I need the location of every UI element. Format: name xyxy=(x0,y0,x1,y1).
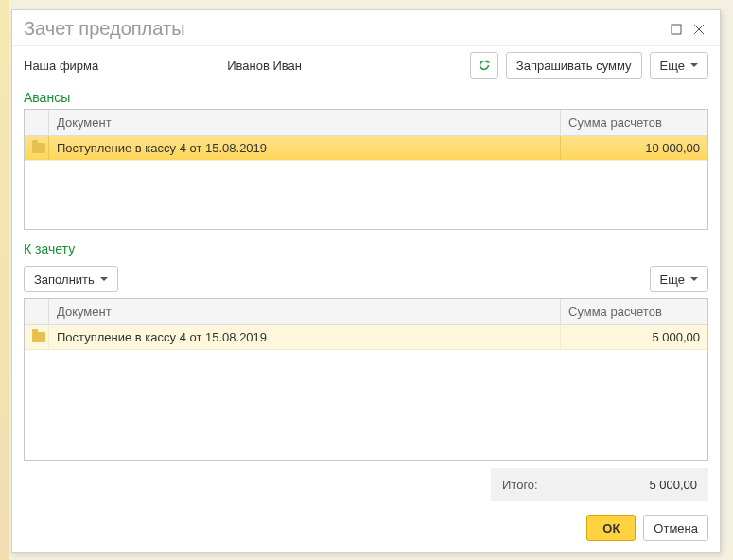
totals-bar: Итого: 5 000,00 xyxy=(491,468,708,501)
advances-table: Документ Сумма расчетов Поступление в ка… xyxy=(24,109,708,230)
offset-table: Документ Сумма расчетов Поступление в ка… xyxy=(24,298,708,461)
fill-label: Заполнить xyxy=(34,272,95,287)
document-icon xyxy=(32,332,45,342)
table-row[interactable]: Поступление в кассу 4 от 15.08.2019 5 00… xyxy=(25,325,707,350)
document-icon xyxy=(32,143,45,153)
row-doc-cell: Поступление в кассу 4 от 15.08.2019 xyxy=(49,325,561,349)
ok-label: ОК xyxy=(602,521,620,535)
refresh-icon xyxy=(478,59,491,72)
maximize-icon[interactable] xyxy=(665,20,688,39)
section-advances-title: Авансы xyxy=(12,88,720,109)
more-button-top[interactable]: Еще xyxy=(650,52,708,79)
close-icon[interactable] xyxy=(688,20,710,39)
offset-header: Документ Сумма расчетов xyxy=(25,299,707,325)
advances-col-icon xyxy=(25,110,49,135)
totals-value: 5 000,00 xyxy=(578,478,697,492)
dialog-window: Зачет предоплаты Наша фирма Иванов Иван … xyxy=(11,9,721,553)
row-sum-cell: 10 000,00 xyxy=(561,136,707,160)
top-toolbar: Наша фирма Иванов Иван Запрашивать сумму… xyxy=(12,46,720,88)
row-sum-cell: 5 000,00 xyxy=(561,325,707,349)
table-row[interactable]: Поступление в кассу 4 от 15.08.2019 10 0… xyxy=(25,136,707,161)
firm-label: Наша фирма xyxy=(24,59,98,73)
chevron-down-icon xyxy=(100,277,108,281)
request-sum-label: Запрашивать сумму xyxy=(516,59,632,73)
row-icon-cell xyxy=(25,325,49,349)
person-label: Иванов Иван xyxy=(227,59,302,73)
chevron-down-icon xyxy=(690,277,698,281)
window-title: Зачет предоплаты xyxy=(24,18,665,40)
advances-col-sum: Сумма расчетов xyxy=(561,110,707,135)
offset-col-sum: Сумма расчетов xyxy=(561,299,707,324)
chevron-down-icon xyxy=(690,63,698,67)
ok-button[interactable]: ОК xyxy=(586,515,636,541)
row-icon-cell xyxy=(25,136,49,160)
section-offset-title: К зачету xyxy=(12,239,720,260)
offset-body[interactable]: Поступление в кассу 4 от 15.08.2019 5 00… xyxy=(25,325,707,460)
footer: ОК Отмена xyxy=(12,509,720,552)
offset-toolbar: Заполнить Еще xyxy=(12,260,720,298)
fill-button[interactable]: Заполнить xyxy=(24,266,118,292)
titlebar: Зачет предоплаты xyxy=(12,10,720,46)
more-button-offset[interactable]: Еще xyxy=(650,266,708,292)
row-doc-cell: Поступление в кассу 4 от 15.08.2019 xyxy=(49,136,561,160)
more-label-top: Еще xyxy=(660,59,685,73)
svg-rect-0 xyxy=(672,25,681,34)
advances-body[interactable]: Поступление в кассу 4 от 15.08.2019 10 0… xyxy=(25,136,707,231)
app-left-edge xyxy=(0,0,9,560)
offset-col-doc: Документ xyxy=(49,299,561,324)
advances-col-doc: Документ xyxy=(49,110,561,135)
advances-header: Документ Сумма расчетов xyxy=(25,110,707,136)
refresh-button[interactable] xyxy=(470,52,498,79)
cancel-button[interactable]: Отмена xyxy=(643,515,708,541)
request-sum-button[interactable]: Запрашивать сумму xyxy=(506,52,642,79)
cancel-label: Отмена xyxy=(654,521,698,535)
offset-col-icon xyxy=(25,299,49,324)
totals-label: Итого: xyxy=(502,478,578,492)
more-label-offset: Еще xyxy=(660,272,685,287)
